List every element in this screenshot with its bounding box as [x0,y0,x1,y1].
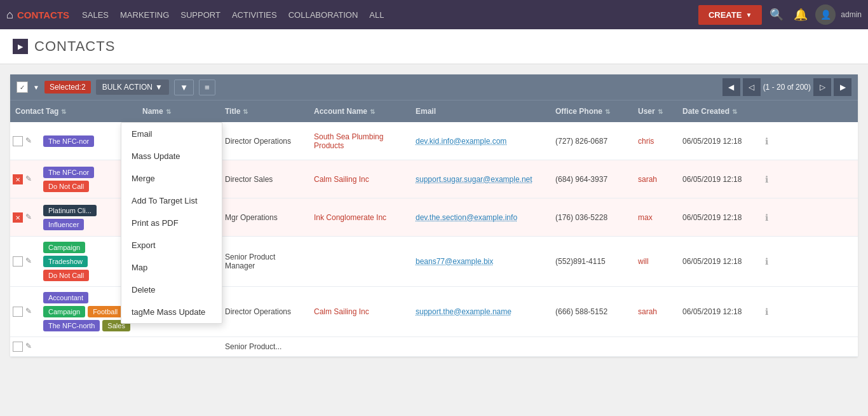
row-check-edit-6: ✎ [10,342,32,352]
edit-icon-3[interactable]: ✎ [25,212,32,221]
row-checkbox-3[interactable] [13,212,23,223]
contact-date-4: 06/05/2019 12:18 [677,252,760,271]
contact-phone-3: (176) 036-5228 [550,208,633,227]
dropdown-tagme-mass-update[interactable]: tagMe Mass Update [121,301,222,323]
edit-icon-4[interactable]: ✎ [25,256,32,265]
nav-all[interactable]: ALL [369,8,384,22]
dropdown-print-as-pdf[interactable]: Print as PDF [121,212,222,234]
contact-user-2[interactable]: sarah [633,170,677,189]
table-row: ✎ Senior Product... [10,337,858,357]
nav-right: CREATE ▼ 🔍 🔔 👤 admin [698,4,862,25]
tags-area-3: Platinum Cli... Influencer [15,205,132,230]
col-header-name[interactable]: Name ⇅ [137,101,220,122]
col-header-title[interactable]: Title ⇅ [220,101,309,122]
contact-email-4[interactable]: beans77@example.bix [410,252,550,271]
edit-icon-5[interactable]: ✎ [25,307,32,315]
nav-support[interactable]: SUPPORT [180,8,220,22]
page-title: CONTACTS [34,38,115,55]
row-checkbox-5[interactable] [13,307,23,317]
pagination-info: (1 - 20 of 200) [763,83,811,92]
col-header-email[interactable]: Email [410,101,550,122]
info-icon-1[interactable]: ℹ [760,131,785,151]
select-all-checkbox[interactable]: ✓ [17,81,28,93]
dropdown-delete[interactable]: Delete [121,279,222,301]
col-header-user[interactable]: User ⇅ [633,101,677,122]
col-header-account[interactable]: Account Name ⇅ [309,101,410,122]
filter-button[interactable]: ▼ [174,80,194,95]
page-header-icon[interactable]: ▶ [13,39,28,54]
admin-label[interactable]: admin [841,10,862,19]
row-checkbox-2[interactable] [13,174,23,184]
last-page-button[interactable]: ▶ [834,78,851,96]
next-page-button[interactable]: ▷ [813,78,831,96]
nav-brand[interactable]: CONTACTS [17,10,69,20]
info-icon-5[interactable]: ℹ [760,302,785,322]
info-icon-3[interactable]: ℹ [760,207,785,228]
col-header-date[interactable]: Date Created ⇅ [677,101,760,122]
contact-account-3[interactable]: Ink Conglomerate Inc [309,208,410,227]
edit-icon-2[interactable]: ✎ [25,174,32,183]
contact-name-6[interactable] [137,342,220,352]
top-navigation: ⌂ CONTACTS SALES MARKETING SUPPORT ACTIV… [0,0,868,29]
contact-email-5[interactable]: support.the@example.name [410,302,550,321]
contact-date-3: 06/05/2019 12:18 [677,208,760,227]
row-checkbox-6[interactable] [13,342,23,352]
nav-collaboration[interactable]: COLLABORATION [288,8,358,22]
contact-email-1[interactable]: dev.kid.info@example.com [410,132,550,151]
edit-icon-6[interactable]: ✎ [25,342,32,350]
sort-icon-account: ⇅ [370,108,375,115]
tag-influencer: Influencer [43,219,84,230]
row-tag-col-4: ✎ Campaign Tradeshow Do Not Call [10,237,137,286]
info-icon-2[interactable]: ℹ [760,169,785,190]
contact-account-1[interactable]: South Sea Plumbing Products [309,127,410,155]
row-check-edit-4: ✎ [10,256,32,267]
create-button[interactable]: CREATE ▼ [698,5,762,25]
avatar[interactable]: 👤 [815,4,836,25]
row-check-edit-5: ✎ [10,307,32,317]
edit-icon-1[interactable]: ✎ [25,136,32,145]
nav-marketing[interactable]: MARKETING [120,8,169,22]
dropdown-mass-update[interactable]: Mass Update [121,145,222,167]
dropdown-add-to-target-list[interactable]: Add To Target List [121,190,222,212]
dropdown-map[interactable]: Map [121,256,222,279]
tag-tradeshow-4: Tradeshow [43,256,88,267]
col-header-contact-tag[interactable]: Contact Tag ⇅ [10,101,137,122]
row-checkbox-4[interactable] [13,256,23,267]
bulk-action-button[interactable]: BULK ACTION ▼ [96,80,169,95]
search-icon[interactable]: 🔍 [767,5,786,24]
contact-account-2[interactable]: Calm Sailing Inc [309,170,410,189]
bulk-action-dropdown: Email Mass Update Merge Add To Target Li… [121,122,222,324]
contact-user-3[interactable]: max [633,208,677,227]
nav-sales[interactable]: SALES [82,8,109,22]
contact-user-4[interactable]: will [633,252,677,271]
nav-activities[interactable]: ACTIVITIES [232,8,277,22]
checkbox-indicator: ✓ [20,84,25,91]
dropdown-export[interactable]: Export [121,234,222,256]
contact-account-4[interactable] [309,256,410,267]
contact-user-5[interactable]: sarah [633,302,677,321]
chevron-down-icon: ▼ [745,11,752,18]
contact-email-3[interactable]: dev.the.section@example.info [410,208,550,227]
select-chevron-icon[interactable]: ▼ [33,84,39,91]
prev-page-button-2[interactable]: ◁ [743,78,761,96]
columns-button[interactable]: ≡ [199,80,215,95]
prev-page-button[interactable]: ◀ [722,78,740,96]
tags-area-2: The NFC-nor Do Not Call [15,167,132,192]
dropdown-merge[interactable]: Merge [121,167,222,190]
tag-do-not-call-2: Do Not Call [43,181,89,192]
col-header-phone[interactable]: Office Phone ⇅ [550,101,633,122]
avatar-icon: 👤 [820,10,831,20]
contact-email-2[interactable]: support.sugar.sugar@example.net [410,170,550,189]
contact-account-5[interactable]: Calm Sailing Inc [309,302,410,321]
bell-icon[interactable]: 🔔 [791,5,810,24]
row-tag-col-3: ✎ Platinum Cli... Influencer [10,200,137,235]
contact-phone-2: (684) 964-3937 [550,170,633,189]
contact-date-2: 06/05/2019 12:18 [677,170,760,189]
home-icon[interactable]: ⌂ [6,8,13,22]
selected-count-badge[interactable]: Selected:2 [44,81,91,94]
bulk-action-chevron-icon: ▼ [155,83,163,92]
contact-user-1[interactable]: chris [633,132,677,151]
row-checkbox-1[interactable] [13,136,23,146]
info-icon-4[interactable]: ℹ [760,251,785,272]
dropdown-email[interactable]: Email [121,123,222,145]
